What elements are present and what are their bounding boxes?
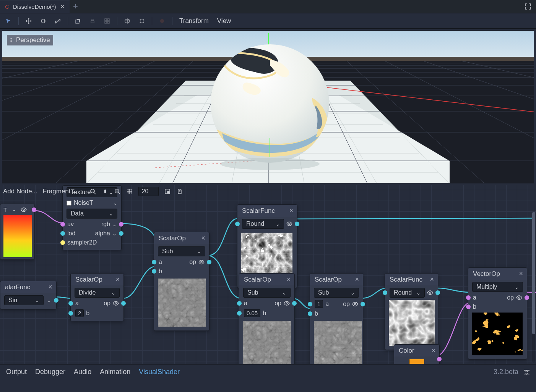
texture-checkbox[interactable] (67, 201, 71, 206)
chevron-down-icon[interactable]: ⌄ (113, 200, 117, 206)
tab-animation[interactable]: Animation (100, 368, 130, 376)
op-dropdown[interactable]: Sub⌄ (158, 246, 205, 256)
file-icon[interactable] (176, 188, 183, 195)
output-port[interactable] (295, 222, 299, 226)
grid-snap-icon[interactable] (126, 188, 133, 195)
visibility-icon[interactable] (198, 259, 205, 265)
tab-visualshader[interactable]: VisualShader (139, 368, 180, 376)
gradient-node[interactable]: T ⌄ (0, 204, 34, 260)
op-dropdown[interactable]: Sub⌄ (243, 288, 291, 298)
grid-snap-value[interactable]: 20 (138, 187, 159, 196)
tab-debugger[interactable]: Debugger (35, 368, 65, 376)
tab-audio[interactable]: Audio (74, 368, 91, 376)
input-port-b[interactable] (308, 311, 312, 316)
group-icon[interactable] (102, 16, 112, 26)
output-port-alpha[interactable] (119, 231, 123, 236)
input-port-uv[interactable] (60, 222, 65, 227)
output-port[interactable] (121, 301, 126, 306)
close-icon[interactable]: × (114, 275, 121, 283)
collapse-panel-icon[interactable] (524, 369, 530, 375)
camera-mode-button[interactable]: Perspective (7, 35, 53, 45)
add-node-button[interactable]: Add Node... (3, 188, 37, 195)
input-port-b[interactable] (237, 311, 242, 316)
output-port[interactable] (207, 260, 211, 264)
transform-menu[interactable]: Transform (178, 16, 210, 26)
vectorop-multiply-node[interactable]: VectorOp× Multiply⌄ a op b (468, 267, 527, 360)
op-dropdown[interactable]: Divide ⌄ (75, 288, 120, 298)
move-tool-icon[interactable] (24, 16, 33, 26)
output-port[interactable] (361, 302, 365, 306)
output-port[interactable] (437, 357, 442, 361)
visibility-icon[interactable] (284, 300, 290, 306)
visibility-icon[interactable] (427, 290, 433, 296)
node-graph[interactable]: T ⌄ Texture ⌄ (0, 185, 536, 364)
input-port[interactable] (383, 290, 387, 295)
close-icon[interactable]: × (517, 270, 525, 278)
output-port[interactable] (54, 298, 58, 303)
close-icon[interactable]: × (287, 207, 295, 215)
input-port-a[interactable] (308, 302, 312, 306)
expand-icon[interactable] (520, 0, 536, 13)
input-port-b[interactable] (152, 269, 156, 274)
input-b-value[interactable]: 0.05 (244, 309, 260, 317)
zoom-out-icon[interactable] (89, 188, 96, 195)
output-port[interactable] (32, 207, 36, 212)
output-port[interactable] (525, 295, 529, 300)
scalarfunc-sin-node[interactable]: alarFunc× Sin ⌄ ⌄ (0, 281, 57, 309)
output-port[interactable] (435, 290, 440, 295)
select-tool-icon[interactable] (4, 16, 13, 26)
func-dropdown[interactable]: Round⌄ (242, 219, 284, 229)
viewport-3d[interactable]: Perspective (2, 31, 534, 183)
zoom-in-icon[interactable] (114, 188, 121, 195)
snap-icon[interactable] (123, 16, 132, 26)
scalarfunc-round-node-2[interactable]: ScalarFunc× Round⌄ (385, 273, 438, 350)
texture-use-dropdown[interactable]: Data ⌄ (67, 209, 117, 219)
input-port-a[interactable] (68, 301, 73, 306)
input-port-b[interactable] (466, 305, 471, 309)
visibility-icon[interactable] (113, 300, 119, 306)
graph-scrollbar[interactable] (532, 212, 535, 363)
visibility-icon[interactable] (352, 301, 358, 307)
scrollbar-thumb[interactable] (532, 212, 535, 334)
input-port-b[interactable] (68, 311, 73, 316)
scalarop-divide-node[interactable]: ScalarOp× Divide ⌄ a op 2b (70, 273, 124, 321)
particles-icon[interactable] (158, 16, 167, 26)
visibility-icon[interactable] (21, 207, 27, 213)
input-a-value[interactable]: 1 (315, 300, 323, 308)
op-dropdown[interactable]: Multiply⌄ (472, 282, 523, 292)
add-tab-button[interactable]: + (70, 0, 81, 13)
scalarop-sub-node-3[interactable]: ScalarOp× Sub⌄ 1a op b (310, 273, 363, 364)
lock-icon[interactable] (88, 16, 97, 26)
close-icon[interactable]: × (428, 275, 435, 283)
scale-tool-icon[interactable] (53, 16, 62, 26)
close-icon[interactable]: × (200, 234, 207, 242)
func-dropdown[interactable]: Sin ⌄ (4, 295, 44, 305)
scalarop-sub-node-2[interactable]: ScalarOp× Sub⌄ a op 0.05b (239, 273, 295, 364)
output-port-rgb[interactable] (119, 222, 123, 227)
func-dropdown[interactable]: Round⌄ (390, 288, 425, 298)
tab-output[interactable]: Output (6, 368, 27, 376)
input-port[interactable] (235, 222, 240, 226)
op-dropdown[interactable]: Sub⌄ (314, 288, 359, 298)
zoom-reset-icon[interactable] (102, 188, 109, 195)
input-port-a[interactable] (237, 301, 242, 306)
minimap-icon[interactable] (164, 188, 171, 195)
snap-options-icon[interactable] (137, 16, 146, 26)
output-port[interactable] (292, 301, 297, 306)
visibility-icon[interactable] (516, 295, 522, 301)
input-port-a[interactable] (466, 295, 471, 300)
input-port-lod[interactable] (60, 231, 65, 236)
scalarop-sub-node-1[interactable]: ScalarOp× Sub⌄ a op b (154, 232, 210, 331)
scene-tab[interactable]: DissolveDemo(*) × (0, 0, 70, 13)
close-icon[interactable]: × (47, 283, 54, 291)
color-node[interactable]: Color× (394, 344, 440, 364)
input-port-a[interactable] (152, 260, 156, 264)
close-icon[interactable]: × (285, 275, 292, 283)
rotate-tool-icon[interactable] (39, 16, 48, 26)
input-b-value[interactable]: 2 (75, 309, 84, 317)
close-icon[interactable]: × (430, 347, 437, 355)
color-swatch[interactable] (409, 359, 424, 364)
close-icon[interactable]: × (353, 275, 361, 283)
visibility-icon[interactable] (286, 221, 292, 227)
view-menu[interactable]: View (216, 16, 233, 26)
